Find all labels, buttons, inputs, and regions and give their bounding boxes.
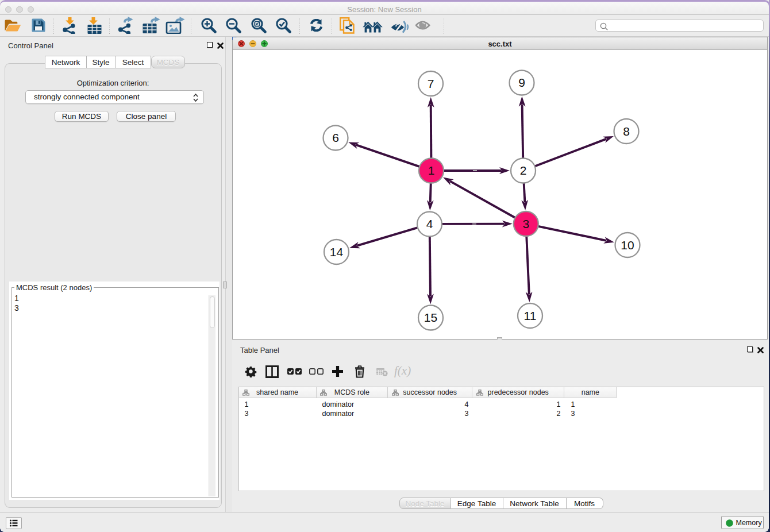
svg-text:9: 9: [518, 76, 525, 89]
svg-text:11: 11: [524, 309, 537, 322]
svg-text:10: 10: [621, 238, 634, 252]
svg-text:6: 6: [332, 131, 339, 144]
svg-text:4: 4: [426, 217, 433, 230]
svg-text:3: 3: [522, 217, 529, 230]
svg-text:1: 1: [428, 164, 435, 177]
svg-text:14: 14: [330, 245, 344, 259]
svg-text:7: 7: [428, 77, 434, 90]
svg-text:8: 8: [623, 125, 630, 138]
svg-text:2: 2: [520, 164, 527, 177]
svg-text:15: 15: [424, 311, 437, 324]
